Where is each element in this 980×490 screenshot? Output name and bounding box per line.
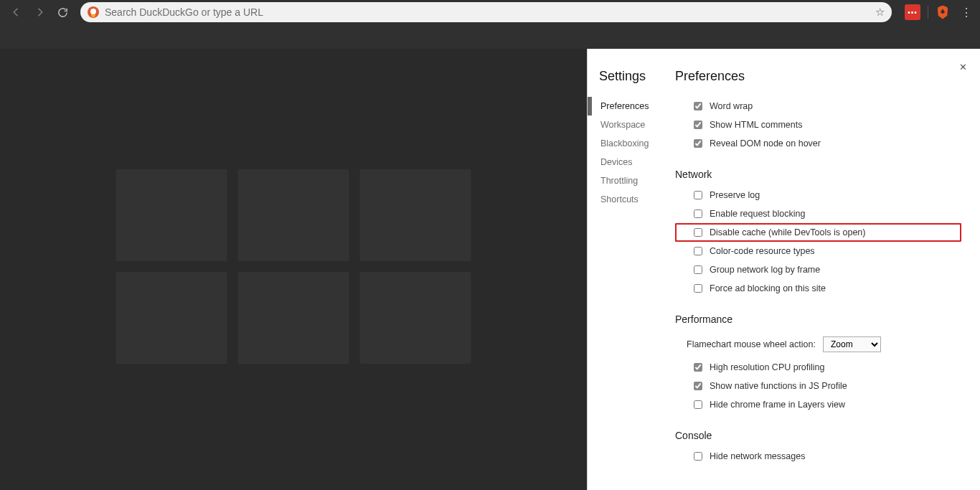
pref-label[interactable]: Show HTML comments xyxy=(710,120,802,130)
pref-checkbox[interactable] xyxy=(694,209,702,218)
pref-row: Enable request blocking xyxy=(675,204,967,223)
sidebar-item-preferences[interactable]: Preferences xyxy=(588,97,664,116)
pref-section-title: Console xyxy=(675,414,967,447)
pref-checkbox[interactable] xyxy=(694,102,702,110)
ntp-tile[interactable] xyxy=(238,169,349,261)
pref-label[interactable]: Color-code resource types xyxy=(710,246,815,256)
pref-select-row: Flamechart mouse wheel action:Zoom xyxy=(675,331,967,358)
reload-button[interactable] xyxy=(53,3,72,22)
pref-row: Color-code resource types xyxy=(675,242,967,260)
ntp-tile[interactable] xyxy=(360,272,471,364)
pref-checkbox[interactable] xyxy=(694,228,702,237)
extension-red-icon[interactable]: ••• xyxy=(905,4,920,20)
browser-toolbar: ☆ ••• ⋮ xyxy=(0,0,980,24)
pref-label[interactable]: Enable request blocking xyxy=(710,209,805,219)
pref-select[interactable]: Zoom xyxy=(823,336,881,352)
pref-label[interactable]: Word wrap xyxy=(710,101,753,111)
toolbar-shadow xyxy=(0,24,980,49)
devtools-settings-content: Preferences Word wrapShow HTML commentsR… xyxy=(665,49,980,490)
devtools-panel: ✕ Settings PreferencesWorkspaceBlackboxi… xyxy=(587,49,980,490)
pref-section-title: Performance xyxy=(675,298,967,331)
devtools-panel-title: Preferences xyxy=(675,69,970,84)
ntp-tile-grid xyxy=(116,169,471,364)
devtools-sidebar-title: Settings xyxy=(599,69,664,84)
browser-menu-button[interactable]: ⋮ xyxy=(957,3,976,22)
pref-checkbox[interactable] xyxy=(694,363,702,372)
pref-row: High resolution CPU profiling xyxy=(675,358,967,377)
ntp-tile[interactable] xyxy=(116,169,227,261)
pref-label[interactable]: Disable cache (while DevTools is open) xyxy=(710,227,865,237)
pref-label[interactable]: Group network log by frame xyxy=(710,265,820,275)
omnibox[interactable]: ☆ xyxy=(80,2,892,22)
pref-checkbox[interactable] xyxy=(694,247,702,255)
ntp-tile[interactable] xyxy=(238,272,349,364)
pref-label[interactable]: Force ad blocking on this site xyxy=(710,283,826,293)
pref-label[interactable]: Hide chrome frame in Layers view xyxy=(710,400,845,410)
pref-select-label: Flamechart mouse wheel action: xyxy=(687,339,816,349)
new-tab-page xyxy=(0,49,587,490)
bookmark-star-icon[interactable]: ☆ xyxy=(875,6,885,19)
sidebar-item-workspace[interactable]: Workspace xyxy=(588,116,664,134)
pref-row: Hide network messages xyxy=(675,447,967,466)
devtools-settings-sidebar: Settings PreferencesWorkspaceBlackboxing… xyxy=(588,49,665,490)
sidebar-item-throttling[interactable]: Throttling xyxy=(588,171,664,190)
pref-row: Show native functions in JS Profile xyxy=(675,377,967,395)
pref-checkbox[interactable] xyxy=(694,121,702,129)
extension-brave-icon[interactable] xyxy=(936,4,950,20)
pref-row: Hide chrome frame in Layers view xyxy=(675,395,967,414)
preferences-scroll-region[interactable]: Word wrapShow HTML commentsReveal DOM no… xyxy=(675,97,970,490)
pref-row: Group network log by frame xyxy=(675,260,967,279)
pref-row: Force ad blocking on this site xyxy=(675,279,967,298)
pref-label[interactable]: High resolution CPU profiling xyxy=(710,362,825,372)
pref-checkbox[interactable] xyxy=(694,452,702,461)
extensions-area: ••• ⋮ xyxy=(900,3,976,22)
pref-label[interactable]: Show native functions in JS Profile xyxy=(710,381,847,391)
pref-row: Preserve log xyxy=(675,186,967,204)
pref-checkbox[interactable] xyxy=(694,400,702,409)
pref-section-title: Network xyxy=(675,153,967,186)
pref-row: Show HTML comments xyxy=(675,116,967,134)
sidebar-item-blackboxing[interactable]: Blackboxing xyxy=(588,134,664,153)
pref-checkbox[interactable] xyxy=(694,191,702,199)
extension-separator xyxy=(928,6,928,19)
pref-label[interactable]: Hide network messages xyxy=(710,451,805,461)
main-area: ✕ Settings PreferencesWorkspaceBlackboxi… xyxy=(0,49,980,490)
pref-row: Reveal DOM node on hover xyxy=(675,134,967,153)
pref-checkbox[interactable] xyxy=(694,284,702,293)
pref-checkbox[interactable] xyxy=(694,139,702,148)
duckduckgo-icon xyxy=(88,6,99,18)
pref-label[interactable]: Reveal DOM node on hover xyxy=(710,138,821,149)
back-button[interactable] xyxy=(7,3,26,22)
pref-row: Disable cache (while DevTools is open) xyxy=(675,223,961,242)
address-bar-input[interactable] xyxy=(105,6,870,18)
ntp-tile[interactable] xyxy=(116,272,227,364)
pref-label[interactable]: Preserve log xyxy=(710,190,760,200)
sidebar-item-shortcuts[interactable]: Shortcuts xyxy=(588,190,664,209)
ntp-tile[interactable] xyxy=(360,169,471,261)
pref-checkbox[interactable] xyxy=(694,382,702,390)
pref-row: Word wrap xyxy=(675,97,967,116)
forward-button[interactable] xyxy=(30,3,49,22)
sidebar-item-devices[interactable]: Devices xyxy=(588,153,664,171)
pref-checkbox[interactable] xyxy=(694,265,702,274)
